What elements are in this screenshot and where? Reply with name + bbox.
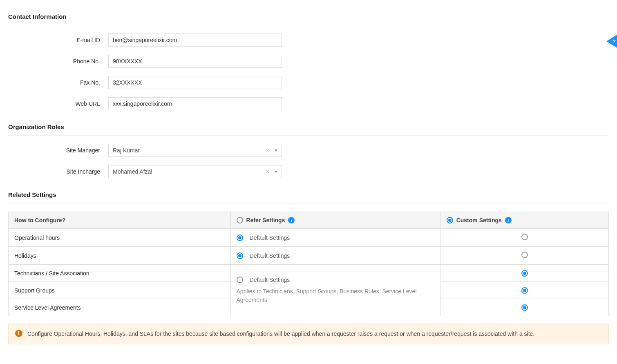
table-row: Holidays Default Settings [9, 247, 609, 265]
default-settings-label: Default Settings [250, 234, 290, 241]
header-custom-label: Custom Settings [456, 217, 502, 223]
fax-field[interactable] [108, 76, 282, 89]
site-incharge-value: Mohamed Afzal [113, 168, 266, 175]
applies-note: Applies to Technicians, Support Groups, … [237, 287, 435, 304]
sla-custom-radio[interactable] [521, 304, 528, 311]
site-incharge-dropdown[interactable]: Mohamed Afzal × [108, 165, 282, 178]
info-icon[interactable] [288, 217, 295, 223]
org-section-title: Organization Roles [8, 118, 609, 136]
contact-section-title: Contact Information [8, 8, 609, 25]
clear-icon[interactable]: × [266, 147, 269, 154]
site-manager-label: Site Manager [8, 147, 108, 154]
email-field[interactable] [108, 33, 282, 47]
operational-hours-custom-radio[interactable] [521, 234, 528, 240]
clear-icon[interactable]: × [266, 168, 269, 175]
row-technicians-label: Technicians / Site Association [14, 270, 89, 277]
phone-field[interactable] [108, 55, 282, 68]
row-holidays-label: Holidays [14, 252, 36, 259]
default-settings-label: Default Settings [250, 252, 290, 259]
warning-icon [15, 330, 22, 337]
alert-bar: Configure Operational Hours, Holidays, a… [8, 324, 609, 344]
support-groups-custom-radio[interactable] [521, 287, 528, 294]
row-operational-hours-label: Operational hours [14, 234, 60, 241]
chevron-down-icon [274, 171, 277, 173]
refer-settings-header-radio[interactable] [237, 217, 243, 223]
chevron-down-icon [274, 150, 277, 152]
header-refer-label: Refer Settings [246, 217, 285, 223]
row-support-groups-label: Support Groups [14, 287, 55, 294]
row-sla-label: Service Level Agreements [14, 304, 81, 311]
help-icon: ? [613, 38, 616, 45]
weburl-field[interactable] [108, 97, 282, 110]
table-row: Technicians / Site Association Default S… [9, 265, 609, 282]
related-section-title: Related Settings [8, 186, 609, 203]
holidays-custom-radio[interactable] [521, 252, 528, 258]
weburl-label: Web URL [8, 100, 108, 107]
fax-label: Fax No. [8, 79, 108, 86]
table-row: Operational hours Default Settings [9, 229, 609, 247]
info-icon[interactable] [505, 217, 512, 223]
default-settings-group-radio[interactable] [237, 277, 243, 283]
alert-text: Configure Operational Hours, Holidays, a… [27, 330, 534, 338]
related-settings-table: How to Configure? Refer Settings Custom … [8, 212, 609, 316]
custom-settings-header-radio[interactable] [447, 217, 453, 223]
holidays-refer-radio[interactable] [237, 252, 243, 259]
site-manager-value: Raj Kumar [113, 147, 266, 154]
site-incharge-label: Site Incharge [8, 168, 108, 175]
default-settings-label: Default Settings [250, 277, 290, 283]
header-configure: How to Configure? [9, 212, 231, 229]
site-manager-dropdown[interactable]: Raj Kumar × [108, 144, 282, 157]
phone-label: Phone No. [8, 58, 108, 65]
technicians-custom-radio[interactable] [521, 270, 528, 277]
email-label: E-mail ID [8, 37, 108, 43]
operational-hours-refer-radio[interactable] [237, 234, 243, 241]
